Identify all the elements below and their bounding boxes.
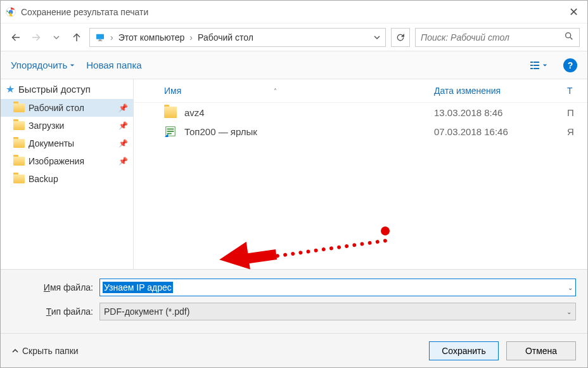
- breadcrumb-desktop[interactable]: Рабочий стол: [198, 32, 253, 43]
- sidebar-item-documents[interactable]: Документы 📌: [1, 135, 133, 152]
- window-title: Сохранение результата печати: [21, 7, 565, 17]
- sidebar-item-label: Изображения: [29, 156, 84, 166]
- triangle-down-icon: [70, 63, 75, 68]
- chevron-up-icon: [12, 348, 18, 354]
- sidebar: ★ Быстрый доступ Рабочий стол 📌 Загрузки…: [1, 79, 134, 269]
- chevron-down-icon[interactable]: ⌄: [568, 284, 573, 291]
- svg-rect-10: [530, 68, 533, 69]
- list-header: Имя ˄ Дата изменения Т: [134, 79, 587, 103]
- folder-icon: [13, 103, 25, 112]
- triangle-down-icon: [542, 63, 547, 68]
- svg-rect-3: [99, 39, 101, 40]
- svg-rect-2: [96, 34, 104, 39]
- svg-rect-6: [530, 62, 533, 63]
- chevron-down-icon: [374, 34, 380, 41]
- filename-label: Имя файла:: [12, 282, 99, 292]
- svg-rect-8: [530, 65, 533, 66]
- file-date: 13.03.2018 8:46: [434, 107, 567, 118]
- search-icon[interactable]: [564, 31, 574, 43]
- up-button[interactable]: [69, 30, 84, 45]
- svg-rect-7: [534, 62, 539, 63]
- organize-label: Упорядочить: [11, 60, 67, 70]
- recent-dropdown[interactable]: [49, 30, 64, 45]
- svg-rect-9: [534, 65, 539, 66]
- folder-icon: [13, 157, 25, 166]
- sidebar-item-label: Backup: [29, 174, 58, 184]
- refresh-icon: [395, 32, 406, 43]
- filetype-row: Тип файла: PDF-документ (*.pdf) ⌄: [12, 303, 576, 320]
- toolbar: Упорядочить Новая папка ?: [1, 51, 587, 79]
- pin-icon: 📌: [118, 139, 128, 148]
- hide-folders-button[interactable]: Скрыть папки: [12, 346, 79, 356]
- address-bar[interactable]: › Этот компьютер › Рабочий стол: [89, 28, 386, 47]
- file-row[interactable]: Топ200 — ярлык 07.03.2018 16:46 Я: [134, 122, 587, 141]
- save-button[interactable]: Сохранить: [429, 341, 499, 360]
- organize-button[interactable]: Упорядочить: [11, 60, 75, 70]
- titlebar: Сохранение результата печати ✕: [1, 1, 587, 23]
- pin-icon: 📌: [118, 103, 128, 112]
- sidebar-item-pictures[interactable]: Изображения 📌: [1, 152, 133, 170]
- svg-rect-13: [167, 129, 174, 130]
- breadcrumb-sep: ›: [189, 32, 193, 43]
- svg-rect-14: [167, 131, 174, 132]
- file-type: Я: [567, 126, 577, 137]
- col-date-header[interactable]: Дата изменения: [434, 86, 567, 96]
- svg-rect-15: [167, 133, 172, 135]
- col-name-header[interactable]: Имя ˄: [164, 86, 434, 96]
- svg-rect-11: [534, 68, 539, 69]
- cancel-button[interactable]: Отмена: [506, 341, 576, 360]
- bottom-panel: Имя файла: Узнаем IP адрес ⌄ Тип файла: …: [1, 269, 587, 333]
- filetype-label: Тип файла:: [12, 306, 99, 317]
- chrome-icon: [6, 7, 16, 17]
- forward-button[interactable]: [29, 30, 44, 45]
- search-input[interactable]: [421, 32, 564, 43]
- filetype-select[interactable]: PDF-документ (*.pdf) ⌄: [99, 303, 576, 320]
- file-date: 07.03.2018 16:46: [434, 126, 567, 137]
- chevron-down-icon[interactable]: ⌄: [566, 308, 572, 315]
- sidebar-root-label: Быстрый доступ: [18, 84, 91, 95]
- new-folder-button[interactable]: Новая папка: [86, 60, 141, 70]
- col-type-header[interactable]: Т: [567, 86, 577, 96]
- folder-icon: [164, 107, 177, 118]
- arrow-up-icon: [71, 32, 82, 43]
- view-icon: [530, 60, 540, 70]
- address-dropdown[interactable]: [374, 32, 380, 43]
- folder-icon: [13, 121, 25, 130]
- file-name: avz4: [184, 107, 434, 118]
- sidebar-item-label: Рабочий стол: [29, 103, 84, 113]
- filename-input[interactable]: Узнаем IP адрес ⌄: [99, 279, 576, 296]
- file-type: П: [567, 107, 577, 118]
- arrow-left-icon: [10, 32, 22, 43]
- body: ★ Быстрый доступ Рабочий стол 📌 Загрузки…: [1, 79, 587, 269]
- close-button[interactable]: ✕: [565, 5, 582, 19]
- sidebar-item-backup[interactable]: Backup: [1, 170, 133, 188]
- chevron-down-icon: [53, 34, 60, 41]
- refresh-button[interactable]: [391, 28, 410, 47]
- shortcut-icon: [164, 126, 177, 137]
- breadcrumb-pc[interactable]: Этот компьютер: [118, 32, 185, 43]
- back-button[interactable]: [8, 30, 23, 45]
- pin-icon: 📌: [118, 121, 128, 130]
- file-list: Имя ˄ Дата изменения Т avz4 13.03.2018 8…: [134, 79, 587, 269]
- folder-icon: [13, 139, 25, 148]
- svg-point-5: [566, 33, 571, 38]
- star-icon: ★: [6, 83, 15, 95]
- filename-value: Узнаем IP адрес: [103, 282, 173, 293]
- view-button[interactable]: [525, 58, 552, 72]
- help-button[interactable]: ?: [563, 58, 577, 72]
- sidebar-item-desktop[interactable]: Рабочий стол 📌: [1, 99, 133, 117]
- arrow-right-icon: [30, 32, 42, 43]
- save-dialog-window: Сохранение результата печати ✕ › Этот ко…: [0, 0, 588, 368]
- folder-icon: [13, 174, 25, 183]
- search-box[interactable]: [415, 28, 580, 47]
- sidebar-quick-access[interactable]: ★ Быстрый доступ: [1, 79, 133, 99]
- sort-indicator: ˄: [274, 88, 277, 95]
- sidebar-item-label: Загрузки: [29, 121, 64, 131]
- filetype-value: PDF-документ (*.pdf): [104, 306, 189, 317]
- pc-icon: [95, 32, 105, 43]
- hide-folders-label: Скрыть папки: [22, 346, 79, 356]
- navbar: › Этот компьютер › Рабочий стол: [1, 23, 587, 51]
- sidebar-item-downloads[interactable]: Загрузки 📌: [1, 117, 133, 135]
- pin-icon: 📌: [118, 157, 128, 166]
- file-row[interactable]: avz4 13.03.2018 8:46 П: [134, 103, 587, 122]
